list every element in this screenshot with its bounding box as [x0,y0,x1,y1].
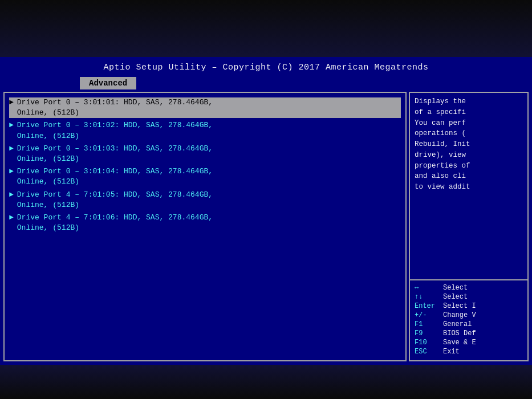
drive-arrow-2: ► [9,144,14,153]
key-label-f9: F9 [415,329,443,337]
drive-arrow-0: ► [9,98,14,107]
key-desc-plusminus: Change V [443,311,476,319]
bottom-dark-area [0,365,532,399]
key-desc-arrows-v: Select [443,293,468,301]
key-row-plusminus: +/- Change V [415,311,523,319]
header-title: Aptio Setup Utility – Copyright (C) 2017… [0,60,532,75]
key-label-plusminus: +/- [415,311,443,319]
header-bar: Aptio Setup Utility – Copyright (C) 2017… [0,57,532,89]
help-text-area: Displays the of a specifi You can perf o… [409,92,529,280]
key-desc-f1: General [443,320,472,328]
key-desc-arrows-h: Select [443,284,468,292]
key-label-enter: Enter [415,302,443,310]
key-label-arrows-v: ↑↓ [415,293,443,301]
key-row-f9: F9 BIOS Def [415,329,523,337]
drive-entry-5[interactable]: ► Drive Port 4 – 7:01:06: HDD, SAS, 278.… [9,213,401,233]
drive-entry-4[interactable]: ► Drive Port 4 – 7:01:05: HDD, SAS, 278.… [9,190,401,210]
screen-wrapper: Aptio Setup Utility – Copyright (C) 2017… [0,0,532,399]
right-panel: Displays the of a specifi You can perf o… [409,92,529,361]
key-row-arrows-v: ↑↓ Select [415,293,523,301]
key-row-enter: Enter Select I [415,302,523,310]
key-desc-enter: Select I [443,302,476,310]
drive-text-2: Drive Port 0 – 3:01:03: HDD, SAS, 278.46… [17,144,213,164]
key-row-f1: F1 General [415,320,523,328]
key-label-esc: ESC [415,348,443,356]
key-desc-f10: Save & E [443,339,476,347]
drive-arrow-5: ► [9,213,14,222]
tab-bar: Advanced [0,77,532,89]
key-label-f1: F1 [415,320,443,328]
drive-arrow-1: ► [9,121,14,129]
drive-entry-0[interactable]: ► Drive Port 0 – 3:01:01: HDD, SAS, 278.… [9,97,401,118]
drive-text-3: Drive Port 0 – 3:01:04: HDD, SAS, 278.46… [17,166,213,187]
drive-entry-3[interactable]: ► Drive Port 0 – 3:01:04: HDD, SAS, 278.… [9,166,401,187]
key-row-esc: ESC Exit [415,348,523,356]
drive-text-0: Drive Port 0 – 3:01:01: HDD, SAS, 278.46… [17,97,213,118]
drive-arrow-4: ► [9,190,14,199]
drive-text-4: Drive Port 4 – 7:01:05: HDD, SAS, 278.46… [17,190,213,210]
bios-screen: Aptio Setup Utility – Copyright (C) 2017… [0,57,532,365]
key-row-f10: F10 Save & E [415,339,523,347]
top-dark-area [0,0,532,57]
keys-area: ↔ Select ↑↓ Select Enter Select I +/- Ch… [409,280,529,361]
drive-list-panel: ► Drive Port 0 – 3:01:01: HDD, SAS, 278.… [3,92,407,361]
content-area: ► Drive Port 0 – 3:01:01: HDD, SAS, 278.… [0,89,532,365]
key-desc-esc: Exit [443,348,460,356]
drive-entry-1[interactable]: ► Drive Port 0 – 3:01:02: HDD, SAS, 278.… [9,120,401,141]
key-label-f10: F10 [415,339,443,347]
key-row-arrows-h: ↔ Select [415,284,523,292]
help-text: Displays the of a specifi You can perf o… [415,96,523,193]
drive-text-1: Drive Port 0 – 3:01:02: HDD, SAS, 278.46… [17,120,213,141]
key-desc-f9: BIOS Def [443,329,476,337]
drive-arrow-3: ► [9,167,14,176]
drive-text-5: Drive Port 4 – 7:01:06: HDD, SAS, 278.46… [17,213,213,233]
drive-entry-2[interactable]: ► Drive Port 0 – 3:01:03: HDD, SAS, 278.… [9,144,401,164]
key-label-arrows-h: ↔ [415,284,443,292]
tab-advanced[interactable]: Advanced [80,77,136,89]
